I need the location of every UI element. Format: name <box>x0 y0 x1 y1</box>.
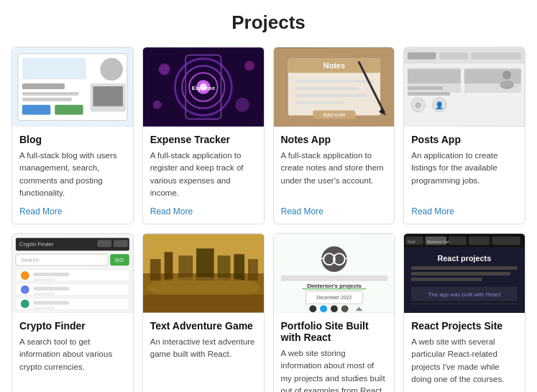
svg-rect-42 <box>408 86 443 90</box>
card-title-posts: Posts App <box>411 134 518 145</box>
card-notes: Notes Add note Notes App A full-stack ap… <box>273 47 395 224</box>
card-desc-blog: A full-stack blog with users management,… <box>19 150 126 199</box>
svg-rect-72 <box>34 306 55 309</box>
svg-rect-41 <box>408 69 461 83</box>
svg-rect-45 <box>464 69 521 83</box>
svg-rect-64 <box>34 278 55 281</box>
card-desc-react-projects: A web site with several particular React… <box>411 336 518 392</box>
svg-rect-5 <box>22 98 72 101</box>
card-portfolio: Dimterion's projects December 2022 Portf… <box>273 233 395 392</box>
svg-rect-3 <box>22 83 65 89</box>
svg-point-97 <box>309 305 316 312</box>
svg-point-21 <box>244 60 254 70</box>
svg-rect-107 <box>469 237 490 245</box>
svg-rect-81 <box>234 254 244 281</box>
svg-rect-7 <box>22 105 50 115</box>
card-body-text-adventure: Text Adventure Game An interactive text … <box>143 313 264 392</box>
svg-rect-112 <box>411 266 518 270</box>
svg-text:Expense: Expense <box>191 85 215 91</box>
svg-rect-10 <box>93 86 122 106</box>
card-title-portfolio: Portfolio Site Built with React <box>281 320 387 343</box>
svg-rect-29 <box>295 94 366 97</box>
svg-rect-56 <box>114 240 128 247</box>
svg-text:Crypto Finder: Crypto Finder <box>19 242 54 248</box>
svg-text:December 2022: December 2022 <box>316 295 352 300</box>
svg-rect-55 <box>97 240 111 247</box>
card-desc-portfolio: A web site storing information about mos… <box>281 347 387 392</box>
card-body-crypto: Crypto Finder A search tool to get infor… <box>12 313 133 392</box>
card-desc-posts: An application to create listings for th… <box>411 150 518 199</box>
svg-point-62 <box>21 271 29 280</box>
svg-rect-71 <box>34 301 69 304</box>
card-desc-notes: A full-stack application to create notes… <box>281 150 387 199</box>
page-title: Projects <box>12 12 525 34</box>
svg-point-100 <box>341 305 348 312</box>
svg-rect-108 <box>492 237 520 245</box>
svg-text:The app was built with React: The app was built with React <box>428 291 501 298</box>
svg-text:React projects: React projects <box>438 254 492 263</box>
svg-text:Add note: Add note <box>323 111 346 118</box>
card-posts: ⚙ 👤 Posts App An application to create l… <box>403 47 525 224</box>
card-body-notes: Notes App A full-stack application to cr… <box>274 127 395 224</box>
svg-rect-28 <box>295 87 359 90</box>
read-more-expense[interactable]: Read More <box>150 206 257 216</box>
card-image-blog <box>12 47 133 127</box>
card-body-expense: Expense Tracker A full-stack application… <box>143 127 264 224</box>
svg-text:Business Cart: Business Cart <box>428 240 450 244</box>
svg-rect-82 <box>248 259 258 281</box>
card-react-projects: Style Business Cart React projects The a… <box>403 233 525 392</box>
svg-rect-106 <box>449 237 467 245</box>
card-title-crypto: Crypto Finder <box>19 320 126 332</box>
svg-text:Style: Style <box>408 240 416 244</box>
svg-point-98 <box>320 305 327 312</box>
svg-rect-92 <box>280 275 387 281</box>
svg-point-20 <box>153 101 162 109</box>
svg-point-66 <box>21 286 29 294</box>
svg-point-19 <box>235 98 249 112</box>
read-more-posts[interactable]: Read More <box>411 206 518 216</box>
svg-text:Dimterion's projects: Dimterion's projects <box>306 283 361 289</box>
svg-point-70 <box>21 300 29 309</box>
card-crypto: Crypto Finder Search GO <box>12 233 134 392</box>
card-image-expense: Expense <box>143 47 264 127</box>
svg-rect-77 <box>164 252 173 280</box>
svg-rect-114 <box>411 278 482 281</box>
card-desc-expense: A full-stack application to register and… <box>150 150 257 199</box>
card-text-adventure: Text Adventure Game An interactive text … <box>142 233 265 392</box>
svg-rect-43 <box>408 92 450 96</box>
card-body-blog: Blog A full-stack blog with users manage… <box>12 127 133 224</box>
svg-rect-68 <box>34 293 55 296</box>
svg-text:GO: GO <box>115 257 124 263</box>
svg-text:Search: Search <box>21 257 39 263</box>
svg-rect-84 <box>143 295 264 313</box>
card-title-notes: Notes App <box>281 134 387 145</box>
svg-rect-79 <box>196 248 214 280</box>
card-body-posts: Posts App An application to create listi… <box>404 127 525 224</box>
card-image-posts: ⚙ 👤 <box>404 47 525 127</box>
svg-rect-69 <box>16 298 129 310</box>
svg-point-18 <box>158 63 170 75</box>
svg-rect-37 <box>408 53 436 60</box>
svg-rect-76 <box>150 259 161 281</box>
card-expense-tracker: Expense Expense Tracker A full-stack app… <box>142 47 265 224</box>
svg-rect-4 <box>22 92 79 96</box>
svg-rect-80 <box>217 255 230 281</box>
card-title-react-projects: React Projects Site <box>411 320 518 332</box>
projects-grid: Blog A full-stack blog with users manage… <box>12 47 525 392</box>
svg-rect-63 <box>34 273 69 276</box>
card-image-notes: Notes Add note <box>274 47 395 127</box>
card-title-text-adventure: Text Adventure Game <box>150 320 257 332</box>
svg-rect-67 <box>34 287 69 291</box>
read-more-notes[interactable]: Read More <box>281 206 387 216</box>
card-image-portfolio: Dimterion's projects December 2022 <box>274 234 395 313</box>
card-title-expense: Expense Tracker <box>150 134 257 145</box>
svg-rect-61 <box>16 270 129 281</box>
svg-text:⚙: ⚙ <box>415 101 421 109</box>
svg-point-46 <box>502 70 511 79</box>
svg-rect-2 <box>22 58 86 80</box>
svg-point-99 <box>330 305 337 312</box>
card-image-react-projects: Style Business Cart React projects The a… <box>404 234 525 313</box>
svg-rect-38 <box>440 53 468 60</box>
read-more-blog[interactable]: Read More <box>19 206 126 216</box>
svg-point-6 <box>100 58 123 81</box>
